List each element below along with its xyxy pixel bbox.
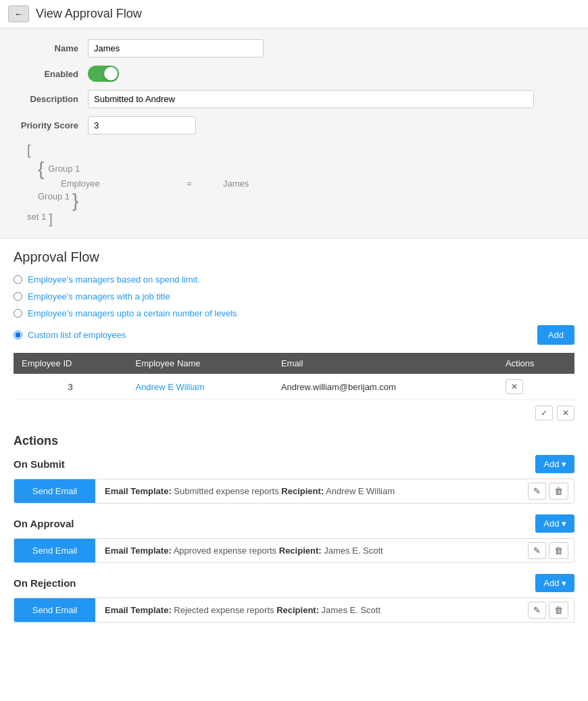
radio-option-3[interactable]: Employee's managers upto a certain numbe… — [14, 308, 574, 318]
criteria-bracket-open-top: [ — [27, 143, 31, 158]
criteria-condition-row: Employee = James — [61, 178, 574, 189]
criteria-employee-field: Employee — [61, 178, 155, 189]
radio-label-1: Employee's managers based on spend limit… — [28, 274, 200, 285]
radio-label-4: Custom list of employees — [28, 330, 126, 340]
on-approval-recipient-value: James E. Scott — [324, 546, 383, 556]
radio-option-2[interactable]: Employee's managers with a job title — [14, 291, 574, 301]
name-label: Name — [14, 43, 88, 53]
criteria-open-brace: { — [38, 160, 44, 178]
back-icon: ← — [14, 9, 23, 19]
criteria-group1-close-label: Group 1 — [38, 191, 70, 201]
cell-actions: ✕ — [497, 374, 574, 400]
radio-input-2[interactable] — [14, 292, 22, 301]
on-submit-delete-button[interactable]: 🗑 — [549, 483, 568, 500]
criteria-value: James — [223, 178, 304, 189]
on-rejection-recipient-value: James E. Scott — [322, 605, 381, 615]
on-submit-template-value: Submitted expense reports — [174, 486, 278, 496]
on-approval-action-item: Send Email Email Template: Approved expe… — [14, 538, 574, 563]
on-rejection-header: On Rejection Add ▾ — [14, 574, 574, 592]
on-submit-action-item: Send Email Email Template: Submitted exp… — [14, 479, 574, 504]
on-approval-group: On Approval Add ▾ Send Email Email Templ… — [14, 514, 574, 563]
on-approval-template-value: Approved expense reports — [174, 546, 276, 556]
radio-label-3: Employee's managers upto a certain numbe… — [28, 308, 237, 318]
approval-flow-title: Approval Flow — [14, 249, 574, 265]
description-input[interactable] — [88, 90, 534, 108]
criteria-bracket-close: ] — [49, 212, 53, 227]
criteria-operator: = — [155, 178, 223, 189]
on-submit-detail: Email Template: Submitted expense report… — [95, 479, 522, 503]
on-submit-title: On Submit — [14, 458, 65, 470]
col-email: Email — [273, 353, 497, 374]
on-rejection-template-value: Rejected expense reports — [174, 605, 274, 615]
criteria-close-brace: } — [72, 191, 78, 210]
radio-input-4[interactable] — [14, 331, 22, 339]
on-submit-group: On Submit Add ▾ Send Email Email Templat… — [14, 455, 574, 504]
description-row: Description — [14, 90, 574, 108]
enabled-toggle[interactable] — [88, 66, 119, 82]
col-employee-name: Employee Name — [127, 353, 272, 374]
back-button[interactable]: ← — [8, 5, 29, 22]
enabled-row: Enabled — [14, 66, 574, 82]
on-rejection-detail: Email Template: Rejected expense reports… — [95, 598, 522, 622]
name-input[interactable] — [88, 39, 264, 57]
on-submit-badge: Send Email — [14, 479, 95, 503]
cell-email: Andrew.william@berijam.com — [273, 374, 497, 400]
on-approval-badge: Send Email — [14, 539, 95, 562]
page-header: ← View Approval Flow — [0, 0, 588, 28]
actions-title: Actions — [14, 434, 574, 448]
on-rejection-delete-button[interactable]: 🗑 — [549, 602, 568, 619]
on-approval-title: On Approval — [14, 518, 74, 529]
main-content: Approval Flow Employee's managers based … — [0, 239, 588, 644]
table-action-buttons: ✓ ✕ — [14, 406, 574, 420]
criteria-block: [ { Group 1 Employee = James Group 1 } s… — [14, 143, 574, 227]
criteria-group1-label: Group 1 — [48, 164, 80, 174]
name-row: Name — [14, 39, 574, 57]
on-rejection-action-icons: ✎ 🗑 — [522, 602, 574, 619]
on-approval-edit-button[interactable]: ✎ — [528, 542, 546, 559]
on-rejection-add-button[interactable]: Add ▾ — [535, 574, 574, 592]
on-rejection-action-item: Send Email Email Template: Rejected expe… — [14, 598, 574, 623]
on-submit-recipient-value: Andrew E William — [326, 486, 395, 496]
actions-section: Actions On Submit Add ▾ Send Email Email… — [14, 434, 574, 623]
on-rejection-title: On Rejection — [14, 577, 76, 589]
priority-input[interactable] — [88, 116, 196, 135]
cancel-button[interactable]: ✕ — [557, 406, 574, 420]
radio-option-1[interactable]: Employee's managers based on spend limit… — [14, 274, 574, 285]
radio-input-3[interactable] — [14, 309, 22, 318]
criteria-set-label: set 1 — [27, 212, 46, 222]
on-approval-action-icons: ✎ 🗑 — [522, 542, 574, 559]
confirm-button[interactable]: ✓ — [535, 406, 553, 420]
cell-id: 3 — [14, 374, 127, 400]
col-actions: Actions — [497, 353, 574, 374]
remove-row-button[interactable]: ✕ — [506, 379, 523, 394]
on-approval-detail: Email Template: Approved expense reports… — [95, 539, 522, 562]
on-rejection-group: On Rejection Add ▾ Send Email Email Temp… — [14, 574, 574, 623]
table-row: 3 Andrew E William Andrew.william@berija… — [14, 374, 574, 400]
priority-label: Priority Score — [14, 120, 88, 130]
on-rejection-badge: Send Email — [14, 598, 95, 622]
radio-option-custom-row: Custom list of employees Add — [14, 325, 574, 345]
on-approval-header: On Approval Add ▾ — [14, 514, 574, 533]
radio-custom-left: Custom list of employees — [14, 330, 126, 340]
priority-row: Priority Score — [14, 116, 574, 135]
col-employee-id: Employee ID — [14, 353, 127, 374]
page-title: View Approval Flow — [36, 7, 142, 21]
radio-label-2: Employee's managers with a job title — [28, 291, 170, 301]
on-submit-action-icons: ✎ 🗑 — [522, 483, 574, 500]
employee-table: Employee ID Employee Name Email Actions … — [14, 353, 574, 400]
add-employee-button[interactable]: Add — [537, 325, 574, 345]
on-submit-header: On Submit Add ▾ — [14, 455, 574, 473]
on-submit-edit-button[interactable]: ✎ — [528, 483, 546, 500]
on-approval-delete-button[interactable]: 🗑 — [549, 542, 568, 559]
form-section: Name Enabled Description Priority Score … — [0, 28, 588, 239]
description-label: Description — [14, 94, 88, 104]
on-submit-add-button[interactable]: Add ▾ — [535, 455, 574, 473]
on-approval-add-button[interactable]: Add ▾ — [535, 514, 574, 533]
cell-name: Andrew E William — [127, 374, 272, 400]
radio-input-1[interactable] — [14, 275, 22, 284]
enabled-label: Enabled — [14, 69, 88, 79]
on-rejection-edit-button[interactable]: ✎ — [528, 602, 546, 619]
